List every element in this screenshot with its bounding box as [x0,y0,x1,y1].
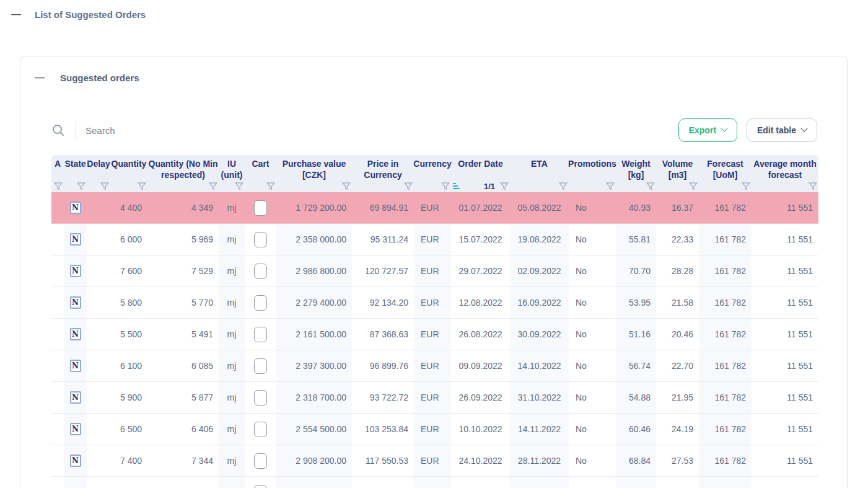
currency-cell [414,477,451,488]
column-label[interactable]: Price in Currency [352,155,414,181]
a-cell [51,224,64,255]
table-row[interactable]: N 5 800 5 770 mj 2 279 400.00 92 134.20 … [51,287,818,319]
cart-checkbox[interactable] [254,485,267,488]
column-label[interactable]: Volume [m3] [656,155,699,181]
filter-funnel-icon[interactable] [77,182,85,190]
filter-funnel-icon[interactable] [342,182,351,190]
avg-month-forecast-cell: 11 551 [752,414,818,445]
filter-funnel-icon[interactable] [209,182,217,190]
column-label[interactable]: Weight [kg] [616,155,656,181]
column-label[interactable]: Delay [87,155,110,181]
table-column-header: Cart [245,155,276,192]
cart-checkbox[interactable] [254,453,267,469]
filter-funnel-icon[interactable] [235,182,243,190]
page-header: — List of Suggested Orders [0,0,868,20]
collapse-toggle-icon[interactable]: — [11,9,21,20]
column-label[interactable]: Cart [245,155,276,181]
promotions-cell: No [569,382,616,413]
column-filter-cell [219,181,245,192]
column-label[interactable]: Order Date [451,155,510,181]
state-new-icon: N [70,360,81,372]
filter-funnel-icon[interactable] [266,182,275,190]
table-row[interactable]: N 6 500 6 406 mj 2 554 500.00 103 253.84… [51,414,818,445]
order-date-cell: 15.07.2022 [451,224,510,255]
table-column-header: Currency [414,155,451,192]
column-label[interactable]: Average month forecast [752,155,818,181]
column-label[interactable]: Promotions [569,155,616,181]
filter-funnel-icon[interactable] [742,182,750,190]
eta-cell [510,477,569,488]
table-column-header: Promotions [569,155,616,192]
filter-funnel-icon[interactable] [138,182,146,190]
cart-checkbox[interactable] [254,200,267,216]
cart-checkbox[interactable] [254,422,267,437]
suggested-orders-card: — Suggested orders Export Edit table A [20,56,848,488]
export-button[interactable]: Export [678,118,737,142]
column-label[interactable]: A [51,155,64,181]
state-cell: N [64,382,87,413]
sort-ascending-icon [452,183,460,189]
sort-control[interactable]: 1/1 [452,182,495,191]
quantity-no-min-cell: 7 344 [147,445,219,476]
iu-unit-cell: mj [219,319,245,350]
delay-cell [87,255,110,286]
table-row[interactable] [51,477,818,488]
filter-funnel-icon[interactable] [441,182,450,190]
delay-cell [87,414,110,445]
eta-cell: 16.09.2022 [510,287,569,318]
state-cell: N [64,192,87,223]
table-row[interactable]: N 6 000 5 969 mj 2 358 000.00 95 311.24 … [51,224,818,255]
table-header-row: A State [51,155,818,192]
search-input[interactable] [85,125,678,136]
collapse-toggle-icon[interactable]: — [35,72,45,83]
table-row[interactable]: N 7 600 7 529 mj 2 986 800.00 120 727.57… [51,255,818,287]
table-row[interactable]: N 6 100 6 085 mj 2 397 300.00 96 899.76 … [51,350,818,382]
currency-cell: EUR [414,350,451,381]
quantity-cell: 6 100 [110,350,147,381]
avg-month-forecast-cell: 11 551 [752,382,818,413]
column-label[interactable]: Currency [414,155,451,181]
promotions-cell: No [569,224,616,255]
cart-checkbox[interactable] [254,264,267,279]
delay-cell [87,477,110,488]
column-label[interactable]: Purchase value [CZK] [276,155,352,181]
column-label[interactable]: Quantity (No Min respected) [147,155,219,181]
table-row[interactable]: N 5 500 5 491 mj 2 161 500.00 87 368.63 … [51,319,818,350]
delay-cell [87,382,110,413]
filter-funnel-icon[interactable] [646,182,655,190]
filter-funnel-icon[interactable] [606,182,615,190]
export-button-label: Export [689,125,716,135]
eta-cell: 14.11.2022 [510,414,569,445]
filter-funnel-icon[interactable] [100,182,109,190]
avg-month-forecast-cell: 11 551 [752,287,818,318]
iu-unit-cell: mj [219,224,245,255]
quantity-no-min-cell: 5 969 [147,224,219,255]
order-date-cell: 12.08.2022 [451,287,510,318]
filter-funnel-icon[interactable] [809,182,817,190]
filter-funnel-icon[interactable] [559,182,568,190]
cart-checkbox[interactable] [254,295,267,311]
state-new-icon: N [70,455,81,467]
table-row[interactable]: N 4 400 4 349 mj 1 729 200.00 69 894.91 … [51,192,818,224]
table-row[interactable]: N 5 900 5 877 mj 2 318 700.00 93 722.72 … [51,382,818,414]
promotions-cell [569,477,616,488]
volume-cell: 24.19 [656,414,699,445]
cart-checkbox[interactable] [254,390,267,406]
filter-funnel-icon[interactable] [404,182,413,190]
column-label[interactable]: Forecast [UoM] [699,155,752,181]
column-label[interactable]: State [64,155,87,181]
filter-funnel-icon[interactable] [689,182,698,190]
state-cell: N [64,224,87,255]
column-label[interactable]: ETA [510,155,569,181]
filter-funnel-icon[interactable] [500,182,509,190]
column-label[interactable]: Quantity [110,155,147,181]
edit-table-button[interactable]: Edit table [747,118,817,142]
column-label[interactable]: IU (unit) [219,155,245,181]
cart-checkbox[interactable] [254,232,267,247]
purchase-value-cell: 2 986 800.00 [276,255,352,286]
state-cell: N [64,287,87,318]
table-row[interactable]: N 7 400 7 344 mj 2 908 200.00 117 550.53… [51,445,818,477]
filter-funnel-icon[interactable] [54,182,63,190]
cart-checkbox[interactable] [254,358,267,374]
cart-checkbox[interactable] [254,327,267,342]
